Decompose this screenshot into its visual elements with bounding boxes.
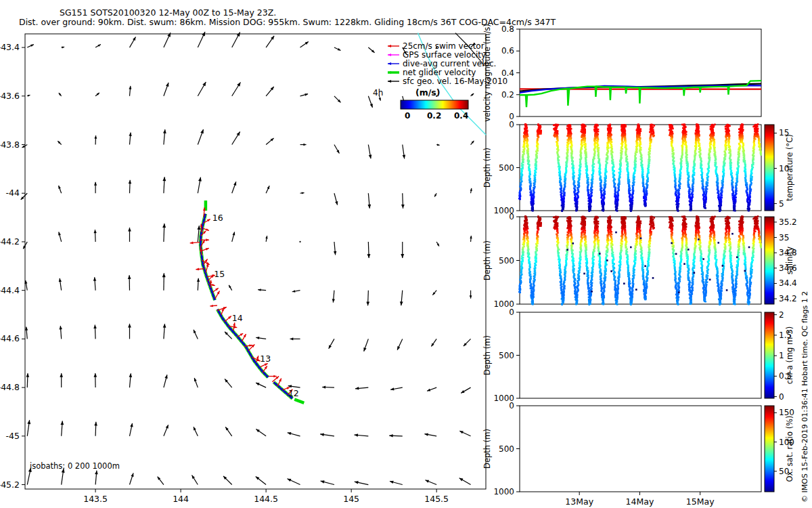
map-xtick-label: 145.5 bbox=[424, 494, 449, 504]
imos-watermark: © IMOS 15-Feb-2019 01:36:41 Hobart time.… bbox=[800, 291, 809, 503]
colorbar-label: temperature (°C) bbox=[785, 134, 794, 201]
map-ytick-label: -44.4 bbox=[0, 285, 20, 295]
dive-number-label: 12 bbox=[288, 388, 299, 398]
legend-colorbar-title: (m/s) bbox=[415, 87, 440, 98]
panel-ylabel: Depth (m) bbox=[482, 335, 492, 375]
geostrophic-vector-field bbox=[21, 32, 475, 485]
panel-ylabel: Depth (m) bbox=[482, 240, 492, 280]
panel-ytick-label: 0 bbox=[509, 401, 514, 410]
map-ytick-label: -44.2 bbox=[0, 236, 20, 247]
colorbar-tick-label: 2 bbox=[779, 310, 784, 320]
panel-ytick-label: 500 bbox=[499, 351, 514, 360]
legend-colorbar-tick-04: 0.4 bbox=[454, 111, 468, 121]
map-ytick-label: -43.8 bbox=[0, 140, 20, 150]
date-xtick-label: 14May bbox=[626, 496, 654, 507]
colorbar-tick-label: 0 bbox=[779, 392, 784, 402]
panel-ylabel: Depth (m) bbox=[482, 148, 492, 188]
imos-watermark-text: © IMOS 15-Feb-2019 01:36:41 Hobart time.… bbox=[800, 291, 809, 503]
map-ytick-label: -43.6 bbox=[0, 91, 20, 101]
legend-time-scale: 4h bbox=[373, 88, 383, 98]
panel-ylabel: velocity magnitude (m/s) bbox=[482, 24, 492, 122]
map-ytick-label: -44.8 bbox=[0, 382, 20, 392]
map-ytick-label: -45.2 bbox=[0, 480, 20, 490]
colorbar-oxygen: 50100150Ox. sat. ratio (%) bbox=[765, 406, 794, 492]
panel-salinity: 05001000Depth (m)34.234.434.634.83535.2s… bbox=[482, 212, 797, 309]
figure-subtitle: Dist. over ground: 90km. Dist. swum: 86k… bbox=[19, 17, 556, 27]
colorbar-tick-label: 34.2 bbox=[779, 294, 797, 303]
map-ytick-label: -45 bbox=[6, 431, 20, 441]
panel-ytick-label: 1000 bbox=[493, 487, 514, 496]
panel-ytick-label: 0.6 bbox=[501, 46, 514, 56]
dive-number-label: 15 bbox=[214, 269, 225, 279]
panel-ytick-label: 500 bbox=[499, 163, 514, 173]
panel-chl-a: 05001000Depth (m)00.511.52chl-a (mg m-3) bbox=[482, 308, 794, 403]
legend-label-sfc-geo-velocity: sfc geo. vel. 16-May-2010 bbox=[403, 77, 508, 86]
panel-ytick-label: 0 bbox=[509, 308, 514, 317]
glider-track bbox=[200, 200, 304, 403]
colorbar-tick-label: 1 bbox=[779, 351, 784, 360]
panel-temperature: 05001000Depth (m)51015temperature (°C) bbox=[482, 120, 794, 215]
seaglider-mission-figure: 143.5144144.5145145.5-43.4-43.6-43.8-44-… bbox=[0, 0, 812, 508]
date-xtick-label: 13May bbox=[565, 496, 593, 507]
colorbar-tick-label: 5 bbox=[779, 199, 784, 209]
map-xtick-label: 143.5 bbox=[83, 494, 108, 504]
panel-ytick-label: 0 bbox=[509, 120, 514, 129]
map-xtick-label: 144.5 bbox=[254, 494, 278, 504]
panel-oxygen: 05001000Depth (m)13May14May15May50100150… bbox=[482, 401, 794, 507]
scatter-temperature bbox=[518, 123, 762, 212]
colorbar-temperature: 51015temperature (°C) bbox=[765, 125, 794, 211]
dive-number-label: 16 bbox=[212, 213, 223, 223]
colorbar-chl-a: 00.511.52chl-a (mg m-3) bbox=[765, 310, 794, 402]
map-ytick-label: -44 bbox=[6, 188, 20, 198]
colorbar-label: salinity bbox=[785, 247, 794, 274]
panel-ytick-label: 0.2 bbox=[501, 90, 514, 100]
date-xtick-label: 15May bbox=[686, 496, 715, 507]
isobaths-caption: isobaths: 0 200 1000m bbox=[30, 461, 120, 471]
figure-title: SG151 SOTS20100320 12-May 00Z to 15-May … bbox=[60, 7, 276, 18]
map-xtick-label: 145 bbox=[343, 494, 359, 504]
swim-vectors bbox=[190, 207, 293, 395]
colorbar-tick-label: 35 bbox=[779, 233, 789, 242]
panel-ylabel: Depth (m) bbox=[482, 429, 492, 469]
colorbar-tick-label: 34.4 bbox=[779, 278, 797, 288]
colorbar-tick-label: 35.2 bbox=[779, 217, 797, 227]
legend-colorbar-tick-0: 0 bbox=[405, 111, 410, 121]
panel-velocity: 00.20.40.60.8velocity magnitude (m/s) bbox=[482, 24, 761, 122]
dive-number-labels: 1615141312 bbox=[212, 213, 299, 398]
panel-ytick-label: 500 bbox=[499, 256, 514, 266]
scatter-salinity bbox=[518, 215, 762, 305]
colorbar-salinity: 34.234.434.634.83535.2salinity bbox=[765, 217, 797, 304]
panel-ytick-label: 0 bbox=[509, 212, 514, 221]
colorbar-label: chl-a (mg m-3) bbox=[785, 326, 794, 384]
map-ytick-label: -44.6 bbox=[0, 333, 20, 343]
legend-colorbar-tick-02: 0.2 bbox=[427, 111, 441, 121]
map-ytick-label: -43.4 bbox=[0, 42, 20, 52]
panel-ytick-label: 500 bbox=[499, 444, 514, 454]
colorbar-label: Ox. sat. ratio (%) bbox=[785, 415, 794, 482]
map-xtick-label: 144 bbox=[173, 494, 189, 504]
dive-number-label: 13 bbox=[260, 354, 271, 364]
dive-number-label: 14 bbox=[232, 313, 243, 323]
